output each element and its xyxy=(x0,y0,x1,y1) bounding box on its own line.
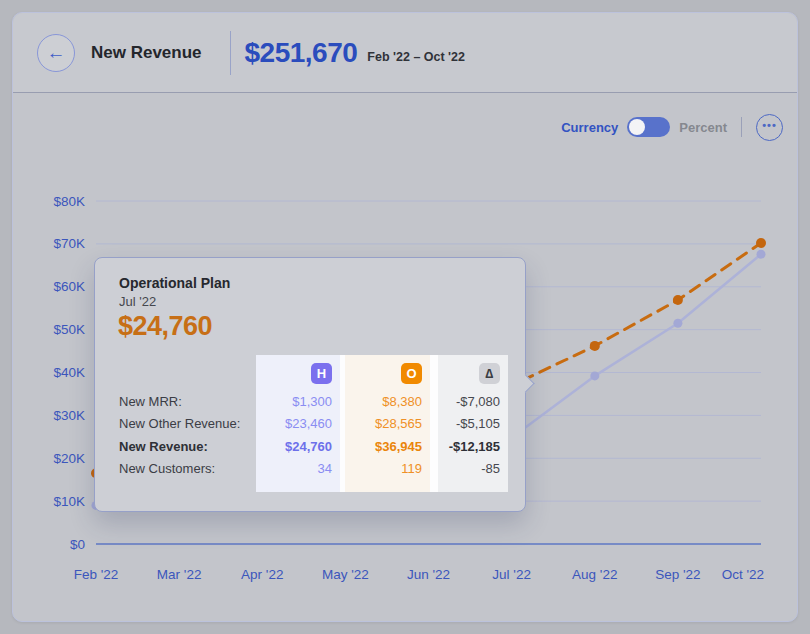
total-value: $251,670 xyxy=(245,37,358,69)
currency-percent-toggle[interactable] xyxy=(627,117,670,137)
svg-text:Sep '22: Sep '22 xyxy=(655,567,700,582)
table-row: $24,760 $36,945 -$12,185 xyxy=(256,436,508,458)
ellipsis-icon: ••• xyxy=(762,120,777,131)
row-label: New Other Revenue: xyxy=(119,413,240,435)
more-options-button[interactable]: ••• xyxy=(756,114,783,141)
chart-tooltip: Operational Plan Jul '22 $24,760 New MRR… xyxy=(94,257,526,512)
value-o: $28,565 xyxy=(346,413,422,435)
svg-text:Feb '22: Feb '22 xyxy=(74,567,119,582)
svg-text:$30K: $30K xyxy=(53,408,85,423)
delta-triangle-icon: ∆ xyxy=(479,363,500,384)
comparison-table: H O ∆ $1,300 $8,380 -$7,080 $23,460 $28,… xyxy=(256,355,508,492)
value-h: $23,460 xyxy=(256,413,332,435)
svg-text:$40K: $40K xyxy=(53,365,85,380)
value-o: 119 xyxy=(346,458,422,480)
svg-text:$20K: $20K xyxy=(53,451,85,466)
column-h-badge: H xyxy=(311,363,332,384)
value-delta: -$5,105 xyxy=(420,413,500,435)
controls-divider xyxy=(741,117,742,137)
svg-text:$0: $0 xyxy=(70,537,85,552)
page-title: New Revenue xyxy=(91,43,202,63)
tooltip-row-labels: New MRR: New Other Revenue: New Revenue:… xyxy=(119,391,240,481)
value-delta: -$7,080 xyxy=(420,391,500,413)
tooltip-highlight-value: $24,760 xyxy=(118,311,212,342)
svg-text:Apr '22: Apr '22 xyxy=(241,567,283,582)
svg-text:$70K: $70K xyxy=(53,236,85,251)
header-divider xyxy=(230,31,231,75)
tooltip-period: Jul '22 xyxy=(119,294,156,309)
row-label: New Customers: xyxy=(119,458,240,480)
back-arrow-icon: ← xyxy=(47,42,66,64)
back-button[interactable]: ← xyxy=(37,34,75,72)
chart-controls: Currency Percent ••• xyxy=(561,113,783,141)
svg-text:$10K: $10K xyxy=(53,494,85,509)
x-axis-labels: Feb '22Mar '22Apr '22May '22Jun '22Jul '… xyxy=(74,567,764,582)
value-h: 34 xyxy=(256,458,332,480)
y-axis-labels: $0$10K$20K$30K$40K$50K$60K$70K$80K xyxy=(53,194,85,552)
value-o: $8,380 xyxy=(346,391,422,413)
table-row: $23,460 $28,565 -$5,105 xyxy=(256,413,508,435)
value-o: $36,945 xyxy=(346,436,422,458)
table-row: 34 119 -85 xyxy=(256,458,508,480)
svg-text:$80K: $80K xyxy=(53,194,85,209)
chart-panel: Currency Percent ••• $0$10K$20K$30K$40K$… xyxy=(13,93,797,621)
toggle-knob xyxy=(629,119,645,135)
tooltip-title: Operational Plan xyxy=(119,275,230,291)
revenue-card: ← New Revenue $251,670 Feb '22 – Oct '22… xyxy=(12,12,798,622)
svg-text:Mar '22: Mar '22 xyxy=(157,567,202,582)
svg-text:May '22: May '22 xyxy=(322,567,369,582)
svg-text:Aug '22: Aug '22 xyxy=(572,567,617,582)
value-delta: -$12,185 xyxy=(420,436,500,458)
row-label: New MRR: xyxy=(119,391,240,413)
svg-text:$50K: $50K xyxy=(53,322,85,337)
date-range: Feb '22 – Oct '22 xyxy=(367,50,465,64)
table-row: $1,300 $8,380 -$7,080 xyxy=(256,391,508,413)
value-h: $1,300 xyxy=(256,391,332,413)
table-values: $1,300 $8,380 -$7,080 $23,460 $28,565 -$… xyxy=(256,391,508,481)
value-h: $24,760 xyxy=(256,436,332,458)
row-label: New Revenue: xyxy=(119,436,240,458)
svg-text:Oct '22: Oct '22 xyxy=(722,567,764,582)
percent-mode-label[interactable]: Percent xyxy=(679,120,727,135)
value-delta: -85 xyxy=(420,458,500,480)
column-o-badge: O xyxy=(401,363,422,384)
svg-text:Jul '22: Jul '22 xyxy=(492,567,531,582)
svg-text:$60K: $60K xyxy=(53,279,85,294)
svg-text:Jun '22: Jun '22 xyxy=(407,567,450,582)
card-header: ← New Revenue $251,670 Feb '22 – Oct '22 xyxy=(13,13,797,93)
currency-mode-label[interactable]: Currency xyxy=(561,120,618,135)
